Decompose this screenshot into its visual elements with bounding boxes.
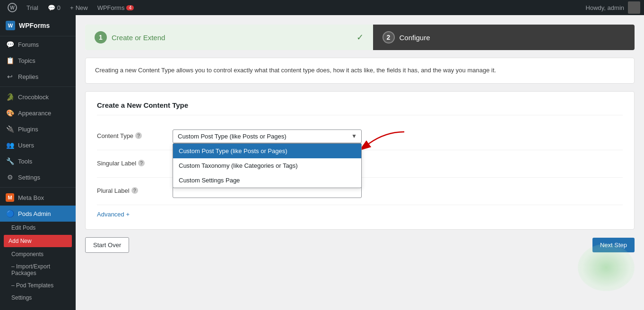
crocoblock-icon: 🐊 [6,93,14,101]
content-type-selected-value: Custom Post Type (like Posts or Pages) [178,133,287,140]
step2-num: 2 [383,31,395,43]
sidebar-brand[interactable]: W WPForms [0,15,76,36]
advanced-link-wrap: Advanced + [97,205,623,220]
plugins-icon: 🔌 [6,125,14,133]
sidebar-item-tools[interactable]: 🔧 Tools [0,153,76,169]
metabox-icon: M [6,193,14,202]
svg-text:W: W [10,5,15,10]
trial-item[interactable]: Trial [23,0,42,15]
wp-logo[interactable]: W [4,3,21,12]
dropdown-option-settings-page[interactable]: Custom Settings Page [173,173,361,188]
components-label: Components [11,251,44,258]
avatar [628,1,640,14]
wizard-steps: 1 Create or Extend ✓ 2 Configure [85,25,635,50]
admin-bar: W Trial 💬 0 + New WPForms 4 Howdy, admin [0,0,644,15]
form-card-title: Create a New Content Type [97,101,623,115]
step2-label: Configure [400,34,430,42]
trial-label: Trial [26,4,38,11]
comments-count: 0 [57,4,61,11]
content-type-row: Content Type ? Custom Post Type (like Po… [97,123,623,150]
submenu-add-new[interactable]: Add New [4,235,72,247]
settings-sub-label: Settings [11,294,32,301]
advanced-link[interactable]: Advanced + [97,205,130,220]
brand-label: WPForms [19,22,50,29]
pod-templates-label: – Pod Templates [11,282,53,289]
dropdown-option-taxonomy[interactable]: Custom Taxonomy (like Categories or Tags… [173,158,361,173]
singular-help-icon[interactable]: ? [138,160,145,166]
sidebar-item-replies[interactable]: ↩ Replies [0,69,76,85]
submenu-import-export[interactable]: – Import/Export Packages [0,260,76,279]
step1-check-icon: ✓ [357,32,364,43]
sidebar-item-appearance[interactable]: 🎨 Appearance [0,105,76,121]
pods-label: Pods Admin [18,210,51,217]
appearance-icon: 🎨 [6,109,14,117]
sidebar-item-settings[interactable]: ⚙ Settings [0,169,76,185]
content-type-control: Custom Post Type (like Posts or Pages) ▼… [173,129,623,143]
info-text: Creating a new Content Type allows you t… [95,67,496,74]
users-label: Users [18,142,34,149]
plugins-label: Plugins [18,126,38,133]
comments-item[interactable]: 💬 0 [44,0,64,15]
sidebar: W WPForms 💬 Forums 📋 Topics ↩ Replies 🐊 … [0,15,76,310]
users-icon: 👥 [6,141,14,149]
dropdown-option-cpt[interactable]: Custom Post Type (like Posts or Pages) [173,144,361,158]
howdy-text: Howdy, admin [586,4,624,11]
sidebar-item-plugins[interactable]: 🔌 Plugins [0,121,76,137]
new-icon: + [70,4,74,11]
content-type-label-text: Content Type [97,132,133,139]
forums-icon: 💬 [6,40,14,49]
add-new-label: Add New [9,238,32,244]
sidebar-item-pods-admin[interactable]: 🔵 Pods Admin [0,206,76,222]
action-bar: Start Over Next Step [85,237,635,253]
submenu-components[interactable]: Components [0,248,76,260]
content-type-help-icon[interactable]: ? [135,132,142,139]
topics-label: Topics [18,57,35,64]
submenu-edit-pods[interactable]: Edit Pods [0,222,76,234]
replies-label: Replies [18,73,38,80]
sidebar-item-metabox[interactable]: M Meta Box [0,189,76,206]
dropdown-option-taxonomy-label: Custom Taxonomy (like Categories or Tags… [179,162,298,169]
tools-icon: 🔧 [6,157,14,165]
metabox-label: Meta Box [18,194,44,201]
tools-label: Tools [18,158,32,165]
content-type-dropdown: Custom Post Type (like Posts or Pages) C… [173,143,362,188]
dropdown-option-settings-page-label: Custom Settings Page [179,177,240,184]
wizard-step-1: 1 Create or Extend [85,25,347,50]
sidebar-item-crocoblock[interactable]: 🐊 Crocoblock [0,89,76,105]
sidebar-item-forums[interactable]: 💬 Forums [0,36,76,52]
step1-num: 1 [95,31,107,43]
wpforms-label: WPForms [97,4,125,11]
info-box: Creating a new Content Type allows you t… [85,58,635,84]
content-type-select[interactable]: Custom Post Type (like Posts or Pages) [173,129,362,143]
import-export-label: – Import/Export Packages [11,263,70,276]
form-card: Create a New Content Type Content Type ?… [85,91,635,230]
sidebar-item-topics[interactable]: 📋 Topics [0,52,76,69]
wpforms-item[interactable]: WPForms 4 [94,0,138,15]
content-type-select-wrap: Custom Post Type (like Posts or Pages) ▼… [173,129,362,143]
start-over-button[interactable]: Start Over [85,237,129,253]
divider-1 [0,86,76,87]
settings-label: Settings [18,174,40,181]
sidebar-item-users[interactable]: 👥 Users [0,137,76,153]
dropdown-option-cpt-label: Custom Post Type (like Posts or Pages) [179,147,287,155]
next-step-button[interactable]: Next Step [592,238,635,252]
new-item[interactable]: + New [66,0,92,15]
singular-label: Singular Label ? [97,157,173,167]
edit-pods-label: Edit Pods [11,224,35,231]
submenu-pod-templates[interactable]: – Pod Templates [0,279,76,292]
submenu-settings[interactable]: Settings [0,292,76,304]
content-type-label: Content Type ? [97,129,173,139]
step1-label: Create or Extend [112,34,165,42]
plural-help-icon[interactable]: ? [131,187,138,194]
wpforms-badge: 4 [126,5,134,10]
brand-icon: W [6,21,15,30]
wizard-step-2: 2 Configure [373,25,635,50]
settings-icon: ⚙ [6,173,14,181]
singular-label-text: Singular Label [97,160,136,167]
new-label: New [76,4,88,11]
pods-icon: 🔵 [6,209,14,218]
plural-label: Plural Label ? [97,184,173,194]
topics-icon: 📋 [6,56,14,65]
comment-icon: 💬 [48,4,55,11]
crocoblock-label: Crocoblock [18,94,49,101]
